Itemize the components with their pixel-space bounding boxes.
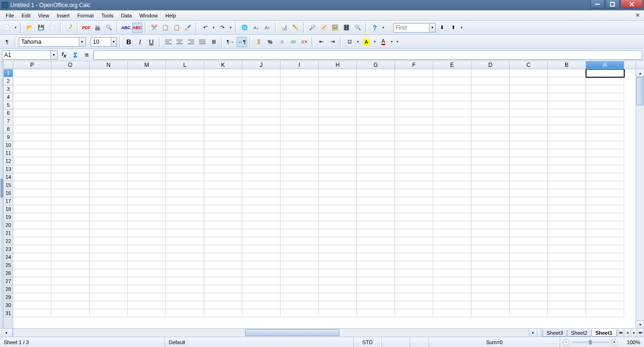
close-document-button[interactable]: ✕ [636, 12, 642, 19]
cell-L21[interactable] [166, 229, 204, 237]
cell-B13[interactable] [548, 165, 586, 173]
cell-M26[interactable] [128, 269, 166, 277]
cell-E7[interactable] [433, 117, 471, 125]
cell-O12[interactable] [51, 157, 90, 165]
align-justify-icon[interactable] [197, 37, 207, 47]
column-header-C[interactable]: C [510, 61, 548, 69]
cell-C7[interactable] [510, 117, 548, 125]
row-header-28[interactable]: 28 [4, 285, 13, 293]
cell-I2[interactable] [281, 77, 319, 85]
cell-P7[interactable] [13, 117, 51, 125]
cell-A19[interactable] [586, 213, 624, 221]
hscroll-right-button[interactable]: ▸ [529, 329, 537, 337]
cell-G12[interactable] [357, 157, 395, 165]
cell-K20[interactable] [204, 221, 242, 229]
sort-desc-icon[interactable]: A↑ [262, 23, 272, 33]
cell-G31[interactable] [357, 309, 395, 317]
cell-P1[interactable] [13, 69, 51, 77]
cell-D18[interactable] [471, 205, 510, 213]
cell-H30[interactable] [319, 301, 357, 309]
cell-D27[interactable] [471, 277, 510, 285]
cell-E20[interactable] [433, 221, 471, 229]
cell-D29[interactable] [471, 293, 510, 301]
tab-next-button[interactable]: ▸ [631, 329, 637, 337]
cell-G13[interactable] [357, 165, 395, 173]
cell-K27[interactable] [204, 277, 242, 285]
cell-A9[interactable] [586, 133, 624, 141]
cell-B4[interactable] [548, 93, 586, 101]
cell-B5[interactable] [548, 101, 586, 109]
name-box[interactable]: ▾ [2, 50, 58, 60]
cell-G23[interactable] [357, 245, 395, 253]
cell-B18[interactable] [548, 205, 586, 213]
help-icon[interactable]: ? [370, 23, 380, 33]
cell-B22[interactable] [548, 237, 586, 245]
cell-I27[interactable] [281, 277, 319, 285]
cell-E4[interactable] [433, 93, 471, 101]
format-paintbrush-icon[interactable]: 🖌️ [183, 23, 193, 33]
cell-C21[interactable] [510, 229, 548, 237]
print-icon[interactable]: 🖨️ [92, 23, 103, 33]
column-header-H[interactable]: H [319, 61, 357, 69]
cell-J22[interactable] [242, 237, 281, 245]
redo-dropdown[interactable]: ▾ [228, 25, 233, 30]
cell-A17[interactable] [586, 197, 624, 205]
cell-H26[interactable] [319, 269, 357, 277]
cell-E23[interactable] [433, 245, 471, 253]
cell-D2[interactable] [471, 77, 510, 85]
cell-O11[interactable] [51, 149, 90, 157]
data-sources-icon[interactable]: 🗄️ [341, 23, 352, 33]
name-box-dropdown[interactable]: ▾ [50, 51, 57, 59]
cell-A15[interactable] [586, 181, 624, 189]
cell-I3[interactable] [281, 85, 319, 93]
cell-H25[interactable] [319, 261, 357, 269]
cell-L18[interactable] [166, 205, 204, 213]
cell-K1[interactable] [204, 69, 242, 77]
row-header-25[interactable]: 25 [4, 261, 13, 269]
close-window-button[interactable] [620, 0, 643, 8]
cell-I9[interactable] [281, 133, 319, 141]
cell-E25[interactable] [433, 261, 471, 269]
zoom-slider[interactable] [571, 341, 609, 343]
font-size-combo[interactable]: ▾ [91, 37, 117, 47]
cell-N8[interactable] [90, 125, 128, 133]
text-ltr-icon[interactable]: ¶→ [225, 37, 236, 47]
cell-N20[interactable] [90, 221, 128, 229]
cell-J20[interactable] [242, 221, 281, 229]
cell-O15[interactable] [51, 181, 90, 189]
font-name-dropdown[interactable]: ▾ [79, 38, 85, 46]
cell-K23[interactable] [204, 245, 242, 253]
cell-E2[interactable] [433, 77, 471, 85]
column-header-E[interactable]: E [433, 61, 471, 69]
column-header-M[interactable]: M [128, 61, 166, 69]
cell-A16[interactable] [586, 189, 624, 197]
cell-H24[interactable] [319, 253, 357, 261]
cell-M29[interactable] [128, 293, 166, 301]
cell-B9[interactable] [548, 133, 586, 141]
cell-I22[interactable] [281, 237, 319, 245]
cell-P29[interactable] [13, 293, 51, 301]
cell-B6[interactable] [548, 109, 586, 117]
underline-icon[interactable]: U [146, 37, 157, 47]
cell-J26[interactable] [242, 269, 281, 277]
cell-A6[interactable] [586, 109, 624, 117]
decrease-indent-icon[interactable]: ⇤ [316, 37, 326, 47]
percent-icon[interactable]: % [265, 37, 275, 47]
cell-J9[interactable] [242, 133, 281, 141]
find-next-icon[interactable]: ⬇ [437, 23, 447, 33]
cell-C14[interactable] [510, 173, 548, 181]
cell-K26[interactable] [204, 269, 242, 277]
cell-G22[interactable] [357, 237, 395, 245]
cell-L22[interactable] [166, 237, 204, 245]
cell-G19[interactable] [357, 213, 395, 221]
vertical-split-handle[interactable] [0, 61, 4, 328]
cell-B2[interactable] [548, 77, 586, 85]
cell-E22[interactable] [433, 237, 471, 245]
row-header-5[interactable]: 5 [4, 101, 13, 109]
align-center-icon[interactable] [174, 37, 185, 47]
cell-O27[interactable] [51, 277, 90, 285]
merge-cells-icon[interactable]: ⊞ [208, 37, 219, 47]
cell-M4[interactable] [128, 93, 166, 101]
cell-A7[interactable] [586, 117, 624, 125]
cell-J28[interactable] [242, 285, 281, 293]
